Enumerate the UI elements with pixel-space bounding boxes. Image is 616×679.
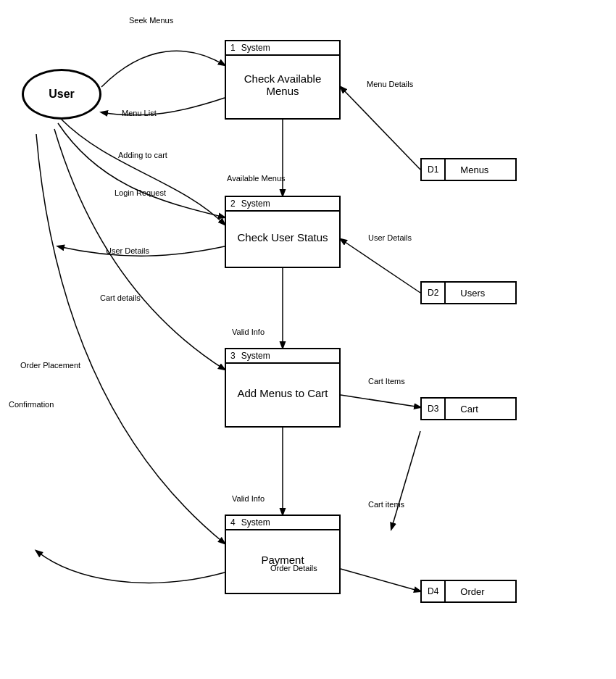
- process-2-system: System: [241, 199, 270, 209]
- process-2: 2 System Check User Status: [225, 196, 341, 268]
- svg-line-6: [391, 431, 420, 529]
- datastore-d2-id: D2: [420, 281, 444, 304]
- flow-label-user-details: User Details: [106, 246, 149, 255]
- flow-label-order-placement: Order Placement: [20, 361, 80, 370]
- process-3-system: System: [241, 351, 270, 361]
- process-3-body: Add Menus to Cart: [226, 364, 339, 422]
- process-2-name: Check User Status: [237, 231, 328, 243]
- flow-label-menu-list: Menu List: [122, 109, 157, 117]
- svg-line-4: [341, 239, 420, 293]
- process-1-number: 1: [230, 43, 236, 53]
- datastore-d1: D1 Menus: [420, 158, 517, 181]
- flow-label-menu-details: Menu Details: [367, 80, 413, 88]
- process-1-body: Check AvailableMenus: [226, 56, 339, 114]
- process-1-header: 1 System: [226, 41, 339, 56]
- flow-label-order-details: Order Details: [270, 564, 317, 572]
- process-3: 3 System Add Menus to Cart: [225, 348, 341, 428]
- flow-label-login-request: Login Request: [115, 188, 166, 197]
- diagram: User 1 System Check AvailableMenus 2 Sys…: [0, 0, 616, 679]
- process-1: 1 System Check AvailableMenus: [225, 40, 341, 120]
- flow-label-valid-info-2: Valid Info: [232, 494, 265, 503]
- svg-line-5: [341, 395, 420, 407]
- process-4: 4 System Payment: [225, 515, 341, 594]
- process-4-number: 4: [230, 517, 236, 528]
- flow-label-seek-menus: Seek Menus: [129, 16, 173, 25]
- datastore-d4-name: Order: [444, 580, 517, 603]
- svg-line-7: [341, 569, 420, 591]
- datastore-d3-name: Cart: [444, 397, 517, 420]
- process-4-system: System: [241, 517, 270, 528]
- datastore-d2-name: Users: [444, 281, 517, 304]
- user-label: User: [49, 88, 75, 101]
- datastore-d3-id: D3: [420, 397, 444, 420]
- datastore-d1-id: D1: [420, 158, 444, 181]
- user-entity: User: [22, 69, 101, 120]
- flow-label-confirmation: Confirmation: [9, 400, 54, 409]
- svg-line-3: [341, 87, 420, 170]
- datastore-d4: D4 Order: [420, 580, 517, 603]
- datastore-d1-name: Menus: [444, 158, 517, 181]
- flow-label-cart-items: Cart Items: [368, 377, 405, 386]
- process-4-header: 4 System: [226, 516, 339, 530]
- process-3-number: 3: [230, 351, 236, 361]
- flow-label-cart-details: Cart details: [100, 293, 141, 302]
- datastore-d4-id: D4: [420, 580, 444, 603]
- flow-label-cart-items-d4: Cart items: [368, 500, 404, 509]
- process-3-name: Add Menus to Cart: [237, 387, 328, 399]
- flow-label-adding-to-cart: Adding to cart: [118, 151, 167, 159]
- flow-label-valid-info-1: Valid Info: [232, 328, 265, 336]
- process-1-name: Check AvailableMenus: [244, 72, 321, 97]
- process-3-header: 3 System: [226, 349, 339, 364]
- flow-label-user-details-d2: User Details: [368, 233, 412, 242]
- process-2-body: Check User Status: [226, 212, 339, 262]
- datastore-d3: D3 Cart: [420, 397, 517, 420]
- process-2-number: 2: [230, 199, 236, 209]
- datastore-d2: D2 Users: [420, 281, 517, 304]
- flow-label-available-menus: Available Menus: [227, 174, 286, 183]
- process-4-body: Payment: [226, 530, 339, 588]
- process-1-system: System: [241, 43, 270, 53]
- process-2-header: 2 System: [226, 197, 339, 212]
